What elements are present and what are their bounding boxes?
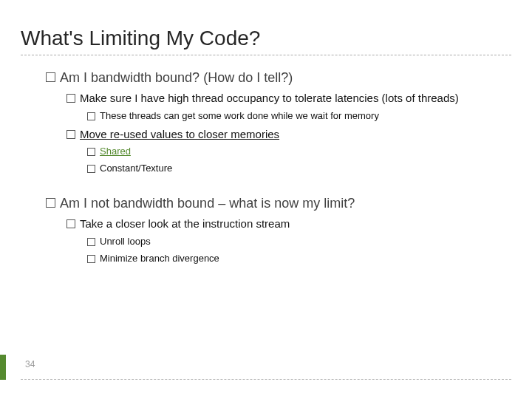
bullet-1-1-children: These threads can get some work done whi… (66, 110, 511, 123)
bullet-2-1-1: Unroll loops (87, 236, 511, 248)
checkbox-icon (87, 255, 95, 263)
checkbox-icon (87, 165, 95, 173)
page-number: 34 (25, 359, 35, 369)
bullet-1-1-1: These threads can get some work done whi… (87, 110, 511, 123)
bullet-1-2: Move re-used values to closer memories (66, 127, 511, 142)
bullet-2-1-2-text: Minimize branch divergence (100, 253, 219, 265)
checkbox-icon (66, 130, 75, 139)
content-area: Am I bandwidth bound? (How do I tell?) M… (0, 69, 532, 265)
bullet-1-2-2-text: Constant/Texture (100, 163, 172, 175)
checkbox-icon (87, 148, 95, 156)
bullet-2-1-2: Minimize branch divergence (87, 253, 511, 265)
title-divider (21, 55, 511, 55)
slide-title: What's Limiting My Code? (21, 27, 511, 50)
bullet-1-1-1-text: These threads can get some work done whi… (100, 110, 379, 123)
checkbox-icon (46, 198, 55, 208)
bullet-2-1: Take a closer look at the instruction st… (66, 216, 511, 231)
bullet-1-2-2: Constant/Texture (87, 163, 511, 175)
slide: What's Limiting My Code? Am I bandwidth … (0, 0, 532, 399)
bullet-1-2-text: Move re-used values to closer memories (80, 127, 279, 142)
bullet-1: Am I bandwidth bound? (How do I tell?) (46, 69, 511, 86)
bullet-1-2-children: Shared Constant/Texture (66, 146, 511, 175)
bullet-2-1-1-text: Unroll loops (100, 236, 151, 248)
bullet-1-2-1: Shared (87, 146, 511, 158)
bullet-2: Am I not bandwidth bound – what is now m… (46, 194, 511, 212)
bullet-2-1-text: Take a closer look at the instruction st… (80, 216, 290, 231)
bullet-2-1-children: Unroll loops Minimize branch divergence (66, 236, 511, 265)
checkbox-icon (87, 112, 95, 120)
bullet-1-children: Make sure I have high thread occupancy t… (46, 91, 511, 175)
bullet-2-text: Am I not bandwidth bound – what is now m… (60, 194, 355, 212)
title-area: What's Limiting My Code? (0, 0, 532, 66)
footer-divider (21, 379, 511, 380)
bullet-1-2-1-text: Shared (100, 146, 131, 158)
checkbox-icon (66, 94, 75, 103)
checkbox-icon (66, 219, 75, 228)
accent-bar (0, 355, 6, 380)
bullet-1-1-text: Make sure I have high thread occupancy t… (80, 91, 459, 106)
checkbox-icon (87, 238, 95, 246)
bullet-2-children: Take a closer look at the instruction st… (46, 216, 511, 265)
bullet-1-1: Make sure I have high thread occupancy t… (66, 91, 511, 106)
bullet-1-text: Am I bandwidth bound? (How do I tell?) (60, 69, 293, 86)
checkbox-icon (46, 72, 55, 82)
